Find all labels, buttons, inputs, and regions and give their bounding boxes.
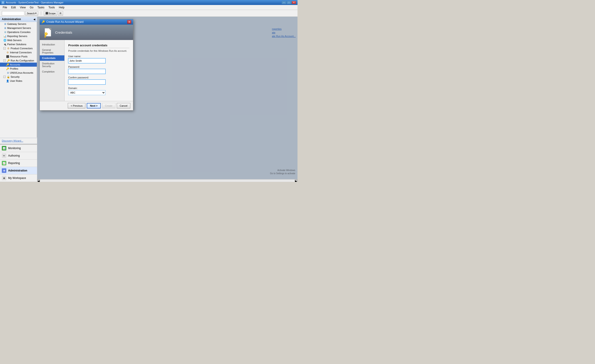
domain-select[interactable]: ABC DOMAIN WORKGROUP [68, 90, 106, 95]
nav-authoring[interactable]: ✏ Authoring [0, 152, 37, 159]
sidebar-item-internal-connectors[interactable]: ⚙ Internal Connectors [0, 50, 37, 54]
server-icon-2: 🖥 [3, 26, 7, 30]
domain-label: Domain: [68, 87, 129, 89]
main-layout: Administration ◀ 🖥 Gateway Servers 🖥 Man… [0, 17, 298, 182]
sidebar-item-management-servers[interactable]: 🖥 Management Servers [0, 26, 37, 30]
nav-my-workspace[interactable]: 🖥 My Workspace [0, 174, 37, 182]
minimize-button[interactable]: ─ [282, 1, 286, 4]
nav-label-authoring: Authoring [8, 154, 20, 157]
config-icon: 🔑 [7, 59, 10, 62]
menu-bar: File Edit View Go Tasks Tools Help [0, 5, 298, 10]
sidebar-item-security[interactable]: − 🔒 Security [0, 75, 37, 79]
toolbar-separator [41, 11, 41, 15]
expand-icon-security[interactable]: − [3, 76, 6, 78]
sidebar-item-reporting-servers[interactable]: 📊 Reporting Servers [0, 34, 37, 38]
expand-icon-run-as[interactable]: − [3, 59, 6, 62]
username-field[interactable] [68, 58, 106, 63]
password-field[interactable] [68, 69, 106, 74]
sidebar: Administration ◀ 🖥 Gateway Servers 🖥 Man… [0, 17, 37, 182]
sidebar-item-web-servers[interactable]: 🌐 Web Servers [0, 38, 37, 42]
sidebar-item-operations-consoles[interactable]: 🖥 Operations Consoles [0, 30, 37, 34]
create-button[interactable]: Create [102, 103, 115, 108]
horizontal-scrollbar[interactable]: ◀ ▶ [37, 179, 298, 182]
wizard-footer: < Previous Next > Create Cancel [40, 101, 133, 110]
sidebar-item-gateway-servers[interactable]: 🖥 Gateway Servers [0, 22, 37, 26]
wizard-title-icon: 🔑 [42, 20, 45, 23]
sidebar-nav: 📊 Monitoring ✏ Authoring 📈 Reporting ⚙ [0, 144, 37, 182]
main-content: roperties ate ate Run As Account... Acti… [37, 17, 298, 182]
scroll-left-btn[interactable]: ◀ [37, 179, 40, 182]
sidebar-divider-1 [0, 138, 37, 138]
wizard-nav-distribution-security[interactable]: Distribution Security [40, 61, 64, 69]
sidebar-collapse-icon[interactable]: ◀ [33, 18, 35, 21]
next-button[interactable]: Next > [87, 103, 100, 108]
menu-view[interactable]: View [18, 5, 28, 9]
wizard-nav-general-properties[interactable]: General Properties [40, 47, 64, 55]
sidebar-item-unix-linux-accounts[interactable]: 🖥 UNIX/Linux Accounts [0, 71, 37, 75]
run-button[interactable]: R [58, 11, 63, 16]
search-input[interactable] [2, 11, 24, 16]
sidebar-item-resource-pools[interactable]: ⬛ Resource Pools [0, 54, 37, 58]
sidebar-item-partner-solutions[interactable]: 🔌 Partner Solutions [0, 42, 37, 46]
discovery-wizard-link[interactable]: Discovery Wizard... [0, 138, 37, 143]
sidebar-divider-2 [0, 143, 37, 144]
window-title: Accounts - SystemCenterTest - Operations… [6, 1, 280, 4]
wizard-content-area: Provide account credentials Provide cred… [65, 40, 133, 101]
nav-label-administration: Administration [8, 169, 27, 172]
unix-icon: 🖥 [6, 71, 9, 74]
scope-button[interactable]: ⬛ Scope [44, 11, 57, 16]
wizard-nav-introduction[interactable]: Introduction [40, 42, 64, 47]
authoring-nav-icon: ✏ [2, 153, 6, 158]
scroll-right-btn[interactable]: ▶ [295, 179, 298, 182]
menu-file[interactable]: File [1, 5, 9, 9]
sidebar-item-user-roles[interactable]: 👤 User Roles [0, 79, 37, 83]
scope-icon: ⬛ [45, 12, 48, 14]
run-label: R [60, 12, 61, 15]
password-group: Password: [68, 65, 129, 74]
content-subtitle: Provide credentials for this Windows Run… [68, 50, 129, 52]
cancel-button[interactable]: Cancel [117, 103, 130, 108]
wizard-title-text: Create Run As Account Wizard [46, 20, 126, 23]
sidebar-label-unix-linux-accounts: UNIX/Linux Accounts [10, 71, 33, 74]
sidebar-item-profiles[interactable]: 🔑 Profiles [0, 67, 37, 71]
wizard-close-button[interactable]: ✕ [127, 20, 131, 24]
nav-administration[interactable]: ⚙ Administration [0, 167, 37, 174]
search-button[interactable]: Search ▾ [25, 11, 38, 16]
sidebar-label-run-as-configuration: Run As Configuration [11, 59, 34, 62]
maximize-button[interactable]: □ [287, 1, 291, 4]
scope-label: Scope [49, 12, 56, 15]
expand-icon-product-connectors[interactable]: − [3, 47, 6, 50]
previous-button[interactable]: < Previous [68, 103, 85, 108]
account-icon: 🔑 [6, 63, 9, 66]
nav-reporting[interactable]: 📈 Reporting [0, 159, 37, 167]
modal-overlay: 🔑 Create Run As Account Wizard ✕ 🔑 [37, 17, 298, 182]
menu-tasks[interactable]: Tasks [36, 5, 46, 9]
menu-tools[interactable]: Tools [47, 5, 57, 9]
nav-label-monitoring: Monitoring [8, 147, 21, 150]
reporting-icon: 📊 [3, 35, 7, 38]
internal-connector-icon: ⚙ [6, 51, 9, 54]
menu-go[interactable]: Go [28, 5, 35, 9]
nav-label-reporting: Reporting [8, 162, 20, 165]
domain-group: Domain: ABC DOMAIN WORKGROUP [68, 87, 129, 95]
sidebar-label-reporting-servers: Reporting Servers [7, 35, 27, 37]
wizard-nav-credentials[interactable]: Credentials [40, 55, 64, 61]
sidebar-label-product-connectors: Product Connectors [11, 47, 33, 50]
sidebar-item-run-as-configuration[interactable]: − 🔑 Run As Configuration [0, 58, 37, 63]
partner-icon: 🔌 [3, 43, 7, 46]
menu-edit[interactable]: Edit [9, 5, 18, 9]
confirm-password-label: Confirm password: [68, 76, 129, 79]
close-button[interactable]: ✕ [292, 1, 296, 4]
sidebar-item-accounts[interactable]: 🔑 Accounts [0, 63, 37, 67]
monitor-nav-icon: 📊 [2, 146, 6, 150]
sidebar-label-management-servers: Management Servers [7, 27, 31, 29]
confirm-password-field[interactable] [68, 79, 106, 85]
username-group: User name: [68, 55, 129, 63]
menu-help[interactable]: Help [57, 5, 66, 9]
sidebar-item-product-connectors[interactable]: − ⚙ Product Connectors [0, 46, 37, 50]
wizard-nav-completion[interactable]: Completion [40, 69, 64, 74]
sidebar-tree-scroll[interactable]: 🖥 Gateway Servers 🖥 Management Servers 🖥… [0, 22, 37, 137]
server-icon: 🖥 [3, 22, 7, 26]
nav-monitoring[interactable]: 📊 Monitoring [0, 145, 37, 152]
sidebar-label-security: Security [11, 75, 20, 78]
